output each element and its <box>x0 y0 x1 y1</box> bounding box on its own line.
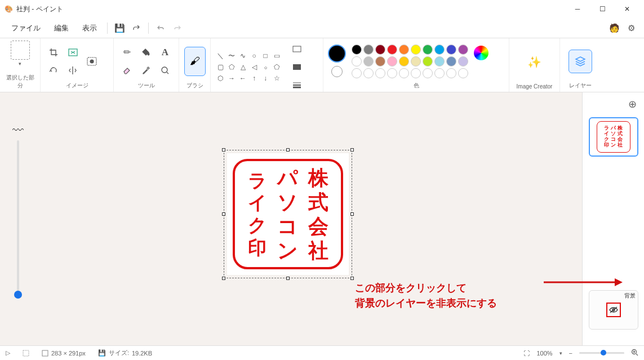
layer-item-1[interactable]: ライク印 パソコン 株式会社 <box>589 117 638 157</box>
svg-rect-4 <box>293 46 301 52</box>
resize-handle[interactable] <box>286 277 290 280</box>
color-swatch[interactable] <box>387 56 397 66</box>
zoom-out-icon[interactable]: − <box>569 350 572 357</box>
zoom-dropdown-icon[interactable]: ▾ <box>559 350 562 356</box>
remove-bg-icon[interactable] <box>83 53 100 70</box>
chevron-down-icon[interactable]: ▾ <box>19 61 21 66</box>
flip-icon[interactable] <box>64 62 81 79</box>
toggle-visibility-button[interactable] <box>606 303 621 317</box>
select-tool[interactable] <box>11 41 30 60</box>
selection-bounds[interactable] <box>224 150 352 278</box>
svg-rect-13 <box>23 350 29 356</box>
color-swatch[interactable] <box>434 45 445 55</box>
pencil-tool[interactable]: ✏ <box>118 44 135 61</box>
color-swatch[interactable] <box>399 56 409 66</box>
brush-size-slider[interactable]: 〰 <box>11 124 25 299</box>
color-palette[interactable] <box>352 45 468 78</box>
redo-icon[interactable] <box>169 20 186 37</box>
color-swatch[interactable] <box>434 56 445 66</box>
image-creator-button[interactable]: ✨ <box>518 55 552 69</box>
svg-rect-14 <box>42 350 48 356</box>
color-swatch[interactable] <box>411 56 421 66</box>
group-label-brushes: ブラシ <box>184 82 206 91</box>
color-picker-icon[interactable] <box>474 46 488 60</box>
color-swatch[interactable] <box>411 45 421 55</box>
eyedropper-tool[interactable] <box>137 62 154 79</box>
canvas-size-status: 283 × 291px <box>42 350 86 357</box>
brush-tool[interactable]: 🖌 <box>184 47 206 76</box>
color-swatch[interactable] <box>387 68 397 78</box>
group-label-image: イメージ <box>45 82 109 91</box>
user-avatar-icon[interactable]: 🧑 <box>606 20 623 37</box>
cursor-tool-icon: ▷ <box>6 349 10 357</box>
canvas-area[interactable]: 〰 ライク印 パソコン 株式会社 <box>0 92 644 345</box>
color-swatch[interactable] <box>423 56 433 66</box>
settings-icon[interactable]: ⚙ <box>623 20 639 37</box>
eraser-tool[interactable] <box>118 62 135 79</box>
titlebar: 🎨 社判 - ペイント ─ ☐ ✕ <box>0 0 644 18</box>
statusbar: ▷ 283 × 291px 💾 サイズ: 19.2KB ⛶ 100% ▾ − <box>0 345 644 360</box>
color-swatch[interactable] <box>375 56 385 66</box>
text-tool[interactable]: A <box>157 44 174 61</box>
zoom-in-icon[interactable] <box>631 349 638 357</box>
add-layer-button[interactable]: ⊕ <box>625 97 639 112</box>
svg-point-3 <box>162 67 167 73</box>
color-swatch[interactable] <box>458 45 468 55</box>
shapes-gallery[interactable]: ＼〜∿○□▭ ▢⬠△◁⬦⬠ ⬡→←↑↓☆ <box>215 51 282 83</box>
line-weight-icon[interactable] <box>288 77 305 94</box>
color-swatch[interactable] <box>363 68 374 78</box>
resize-handle[interactable] <box>222 148 225 152</box>
menu-edit[interactable]: 編集 <box>47 20 75 37</box>
color-swatch[interactable] <box>387 45 397 55</box>
color-swatch[interactable] <box>411 68 421 78</box>
color-swatch[interactable] <box>434 68 445 78</box>
color-swatch[interactable] <box>446 56 456 66</box>
resize-handle[interactable] <box>350 277 354 280</box>
canvas-selection[interactable]: ライク印 パソコン 株式会社 <box>227 153 349 275</box>
resize-handle[interactable] <box>222 212 225 216</box>
fill-tool[interactable] <box>137 44 154 61</box>
crop-icon[interactable] <box>45 44 62 61</box>
color-swatch[interactable] <box>423 45 433 55</box>
maximize-button[interactable]: ☐ <box>590 0 615 18</box>
primary-color[interactable] <box>328 45 346 63</box>
resize-handle[interactable] <box>350 148 354 152</box>
color-swatch[interactable] <box>352 68 362 78</box>
color-swatch[interactable] <box>423 68 433 78</box>
shape-outline-icon[interactable] <box>288 41 305 57</box>
undo-icon[interactable] <box>152 20 169 37</box>
rotate-icon[interactable] <box>45 62 62 79</box>
resize-handle[interactable] <box>222 277 225 280</box>
minimize-button[interactable]: ─ <box>565 0 590 18</box>
menu-file[interactable]: ファイル <box>5 20 47 37</box>
color-swatch[interactable] <box>363 45 374 55</box>
secondary-color[interactable] <box>331 66 343 77</box>
fit-screen-icon[interactable]: ⛶ <box>523 350 530 357</box>
share-icon[interactable] <box>128 20 145 37</box>
zoom-value: 100% <box>536 350 552 357</box>
layer-item-background[interactable]: 背景 <box>589 290 638 330</box>
color-swatch[interactable] <box>446 68 456 78</box>
layers-panel: ⊕ ライク印 パソコン 株式会社 背景 <box>582 92 644 345</box>
close-button[interactable]: ✕ <box>615 0 639 18</box>
color-swatch[interactable] <box>363 56 374 66</box>
resize-handle[interactable] <box>350 212 354 216</box>
color-swatch[interactable] <box>399 45 409 55</box>
resize-icon[interactable] <box>64 44 81 61</box>
resize-handle[interactable] <box>286 148 290 152</box>
background-label: 背景 <box>624 292 636 300</box>
color-swatch[interactable] <box>458 56 468 66</box>
color-swatch[interactable] <box>399 68 409 78</box>
color-swatch[interactable] <box>458 68 468 78</box>
color-swatch[interactable] <box>446 45 456 55</box>
menu-view[interactable]: 表示 <box>75 20 104 37</box>
zoom-slider[interactable] <box>579 352 624 354</box>
save-icon[interactable]: 💾 <box>111 20 128 37</box>
shape-fill-icon[interactable] <box>288 59 305 75</box>
color-swatch[interactable] <box>352 45 362 55</box>
color-swatch[interactable] <box>375 45 385 55</box>
magnifier-tool[interactable] <box>157 62 174 79</box>
color-swatch[interactable] <box>375 68 385 78</box>
color-swatch[interactable] <box>352 56 362 66</box>
layers-button[interactable] <box>569 50 592 73</box>
